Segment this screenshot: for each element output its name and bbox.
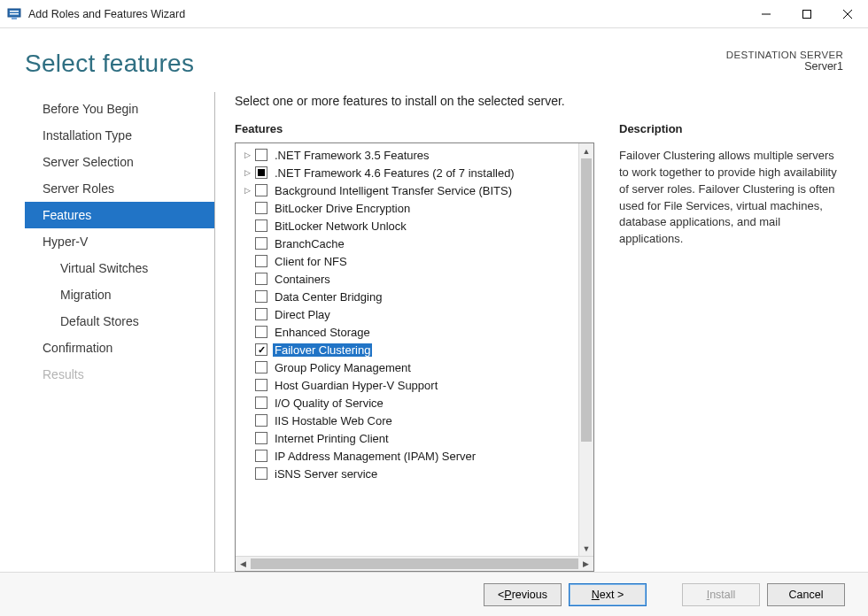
features-section-label: Features: [235, 122, 594, 135]
next-button-accel: N: [592, 589, 600, 601]
feature-checkbox[interactable]: [255, 326, 267, 338]
description-text: Failover Clustering allows multiple serv…: [619, 148, 843, 248]
feature-checkbox[interactable]: [255, 361, 267, 373]
sidebar-item-virtual-switches[interactable]: Virtual Switches: [25, 255, 214, 281]
next-button[interactable]: Next >: [569, 583, 647, 606]
feature-label[interactable]: Background Intelligent Transfer Service …: [273, 184, 514, 197]
feature-label[interactable]: BitLocker Drive Encryption: [273, 202, 412, 215]
feature-checkbox[interactable]: [255, 184, 267, 196]
sidebar-item-confirmation[interactable]: Confirmation: [25, 335, 214, 361]
expand-icon[interactable]: ▷: [241, 149, 253, 161]
expand-icon[interactable]: ▷: [241, 184, 253, 196]
feature-row[interactable]: I/O Quality of Service: [241, 394, 577, 412]
feature-checkbox[interactable]: [255, 308, 267, 320]
feature-row[interactable]: Enhanced Storage: [241, 323, 577, 341]
feature-row[interactable]: Containers: [241, 270, 577, 288]
destination-server-info: DESTINATION SERVER Server1: [726, 50, 843, 78]
feature-label[interactable]: .NET Framework 3.5 Features: [273, 149, 431, 162]
sidebar-item-server-roles[interactable]: Server Roles: [25, 175, 214, 202]
feature-row[interactable]: Client for NFS: [241, 252, 577, 270]
previous-button[interactable]: < Previous: [484, 583, 562, 606]
feature-checkbox[interactable]: [255, 166, 267, 179]
feature-label[interactable]: Internet Printing Client: [273, 432, 391, 445]
sidebar-item-server-selection[interactable]: Server Selection: [25, 149, 214, 175]
feature-row[interactable]: Host Guardian Hyper-V Support: [241, 376, 577, 394]
cancel-button[interactable]: Cancel: [767, 583, 845, 606]
feature-row[interactable]: Direct Play: [241, 305, 577, 323]
feature-label[interactable]: Enhanced Storage: [273, 326, 372, 339]
feature-row[interactable]: BitLocker Network Unlock: [241, 217, 577, 235]
previous-button-accel: P: [504, 589, 511, 601]
expand-icon[interactable]: ▷: [241, 166, 253, 179]
scroll-up-icon[interactable]: ▲: [579, 143, 593, 158]
scroll-down-icon[interactable]: ▼: [579, 541, 593, 556]
feature-row[interactable]: ▷.NET Framework 4.6 Features (2 of 7 ins…: [241, 164, 577, 181]
sidebar-item-installation-type[interactable]: Installation Type: [25, 122, 214, 149]
next-button-label: ext >: [600, 589, 624, 601]
feature-label[interactable]: Direct Play: [273, 308, 332, 321]
feature-label[interactable]: iSNS Server service: [273, 467, 379, 481]
wizard-window: Add Roles and Features Wizard Select fea…: [0, 0, 868, 616]
feature-label[interactable]: Client for NFS: [273, 255, 349, 268]
body: Before You BeginInstallation TypeServer …: [0, 85, 868, 572]
feature-label[interactable]: Data Center Bridging: [273, 290, 384, 304]
feature-label[interactable]: BranchCache: [273, 237, 346, 250]
horizontal-scrollbar[interactable]: ◀ ▶: [236, 556, 593, 571]
feature-row[interactable]: Failover Clustering: [241, 341, 577, 358]
feature-checkbox[interactable]: [255, 237, 267, 250]
previous-button-label: revious: [512, 589, 547, 601]
feature-row[interactable]: iSNS Server service: [241, 465, 577, 482]
install-button: Install: [682, 583, 760, 606]
page-title: Select features: [25, 50, 194, 78]
feature-checkbox[interactable]: [255, 273, 267, 285]
feature-checkbox[interactable]: [255, 219, 267, 232]
feature-row[interactable]: IP Address Management (IPAM) Server: [241, 447, 577, 465]
feature-label[interactable]: BitLocker Network Unlock: [273, 219, 408, 233]
features-tree: ▷.NET Framework 3.5 Features▷.NET Framew…: [235, 142, 594, 572]
feature-row[interactable]: Internet Printing Client: [241, 429, 577, 447]
feature-label[interactable]: IP Address Management (IPAM) Server: [273, 450, 477, 463]
destination-server-label: DESTINATION SERVER: [726, 50, 843, 60]
sidebar-item-results: Results: [25, 361, 214, 388]
feature-label[interactable]: Containers: [273, 273, 332, 286]
feature-checkbox[interactable]: [255, 202, 267, 214]
sidebar-item-migration[interactable]: Migration: [25, 281, 214, 308]
feature-row[interactable]: ▷.NET Framework 3.5 Features: [241, 146, 577, 164]
feature-checkbox[interactable]: [255, 467, 267, 480]
sidebar-item-default-stores[interactable]: Default Stores: [25, 308, 214, 335]
feature-row[interactable]: ▷Background Intelligent Transfer Service…: [241, 181, 577, 199]
feature-checkbox[interactable]: [255, 290, 267, 303]
vertical-scrollbar[interactable]: ▲ ▼: [578, 143, 593, 556]
feature-row[interactable]: IIS Hostable Web Core: [241, 412, 577, 429]
feature-row[interactable]: Data Center Bridging: [241, 288, 577, 305]
feature-label[interactable]: I/O Quality of Service: [273, 397, 385, 410]
feature-label[interactable]: Host Guardian Hyper-V Support: [273, 379, 439, 392]
feature-label[interactable]: Failover Clustering: [273, 343, 372, 357]
feature-label[interactable]: IIS Hostable Web Core: [273, 414, 394, 427]
feature-row[interactable]: BitLocker Drive Encryption: [241, 199, 577, 217]
feature-checkbox[interactable]: [255, 379, 267, 391]
feature-checkbox[interactable]: [255, 450, 267, 462]
maximize-button[interactable]: [787, 0, 827, 28]
scroll-left-icon[interactable]: ◀: [236, 557, 251, 571]
horizontal-scrollbar-thumb[interactable]: [251, 558, 578, 569]
feature-checkbox[interactable]: [255, 149, 267, 161]
minimize-button[interactable]: [746, 0, 787, 28]
feature-checkbox[interactable]: [255, 414, 267, 427]
feature-checkbox[interactable]: [255, 397, 267, 409]
feature-checkbox[interactable]: [255, 432, 267, 444]
feature-label[interactable]: Group Policy Management: [273, 361, 413, 374]
feature-row[interactable]: BranchCache: [241, 235, 577, 252]
sidebar-item-features[interactable]: Features: [25, 202, 214, 228]
vertical-scrollbar-thumb[interactable]: [581, 158, 592, 442]
sidebar-item-hyper-v[interactable]: Hyper-V: [25, 228, 214, 255]
feature-row[interactable]: Group Policy Management: [241, 358, 577, 376]
feature-label[interactable]: .NET Framework 4.6 Features (2 of 7 inst…: [273, 166, 516, 180]
feature-checkbox[interactable]: [255, 255, 267, 267]
scroll-right-icon[interactable]: ▶: [578, 557, 593, 571]
feature-checkbox[interactable]: [255, 343, 267, 356]
window-title: Add Roles and Features Wizard: [28, 8, 185, 20]
close-button[interactable]: [827, 0, 868, 28]
footer: < Previous Next > Install Cancel: [0, 572, 868, 616]
sidebar-item-before-you-begin[interactable]: Before You Begin: [25, 96, 214, 122]
